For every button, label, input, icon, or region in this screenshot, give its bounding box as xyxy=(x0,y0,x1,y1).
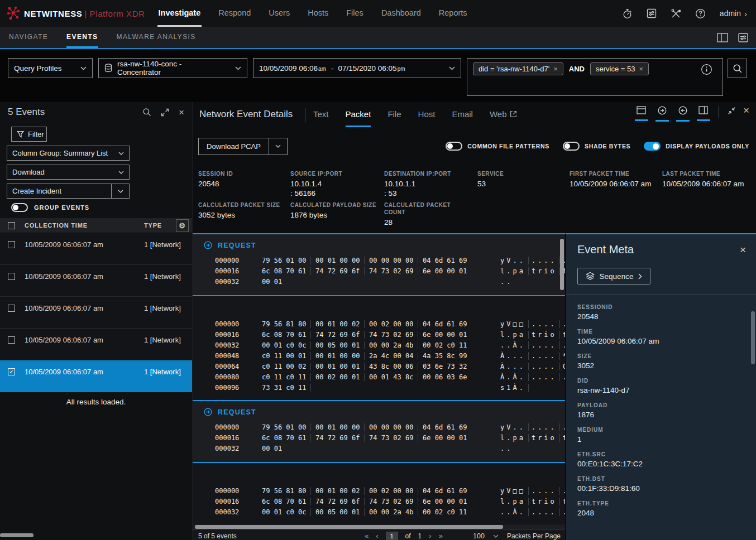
toggle-switch[interactable] xyxy=(446,142,462,151)
prev-page-icon[interactable]: ‹ xyxy=(376,532,378,540)
next-payload-icon[interactable] xyxy=(655,106,669,122)
info-icon[interactable] xyxy=(701,64,712,75)
toggle-switch[interactable] xyxy=(11,203,28,212)
next-page-icon[interactable]: › xyxy=(429,532,431,540)
user-menu[interactable]: admin› xyxy=(720,9,747,18)
type-header[interactable]: TYPE xyxy=(144,222,162,229)
hex-byte-group: 74 73 02 69 xyxy=(365,498,418,505)
meta-value[interactable]: 1876 xyxy=(577,411,745,419)
layout-side-view-icon[interactable] xyxy=(697,106,710,121)
stopwatch-icon[interactable] xyxy=(622,8,633,19)
per-page-value[interactable]: 100 xyxy=(473,532,485,540)
toggle-display-payloads-only[interactable]: DISPLAY PAYLOADS ONLY xyxy=(644,142,749,151)
event-row[interactable]: 10/05/2009 06:06:07 am1 [Network] xyxy=(0,265,192,297)
toggle-switch[interactable] xyxy=(563,142,580,151)
run-query-button[interactable] xyxy=(728,59,747,78)
hex-horizontal-scrollbar[interactable] xyxy=(195,525,503,529)
create-incident-dropdown[interactable] xyxy=(111,184,129,198)
collection-time-header[interactable]: COLLECTION TIME xyxy=(25,222,88,229)
topnav-investigate[interactable]: Investigate xyxy=(157,0,202,27)
toggle-common-file-patterns[interactable]: COMMON FILE PATTERNS xyxy=(446,142,549,151)
netwitness-logo-icon xyxy=(7,6,20,21)
tab-file[interactable]: File xyxy=(387,102,401,127)
download-pcap-dropdown[interactable] xyxy=(269,138,287,155)
chevron-down-icon[interactable] xyxy=(493,534,499,538)
view-preferences-icon[interactable] xyxy=(738,33,748,42)
remove-filter-icon[interactable]: × xyxy=(553,65,558,73)
create-incident-button[interactable]: Create Incident xyxy=(7,184,130,199)
topnav-dashboard[interactable]: Dashboard xyxy=(380,0,422,27)
column-layout-icon[interactable] xyxy=(717,33,728,42)
time-range-selector[interactable]: 10/05/2009 06:06 am - 07/15/2020 06:05 p… xyxy=(253,58,461,78)
query-profiles-dropdown[interactable]: Query Profiles xyxy=(8,58,93,78)
close-meta-icon[interactable]: × xyxy=(740,244,746,255)
topnav-files[interactable]: Files xyxy=(345,0,365,27)
first-page-icon[interactable]: « xyxy=(365,532,369,540)
meta-value[interactable]: 20548 xyxy=(577,312,745,321)
tab-host[interactable]: Host xyxy=(418,102,436,127)
select-all-checkbox[interactable] xyxy=(8,222,15,229)
tab-web[interactable]: Web xyxy=(490,102,518,127)
event-row[interactable]: 10/05/2009 06:06:07 am1 [Network] xyxy=(0,297,192,329)
meta-value[interactable]: rsa-nw-1140-d7 xyxy=(577,386,745,394)
toggle-shade-bytes[interactable]: SHADE BYTES xyxy=(563,142,630,151)
service-selector-dropdown[interactable]: rsa-nw-1140-conc - Concentrator xyxy=(98,58,247,78)
meta-value[interactable]: 1 xyxy=(577,435,745,443)
column-group-dropdown[interactable]: Column Group: Summary List xyxy=(7,146,130,161)
meta-value[interactable]: 3052 xyxy=(577,361,745,370)
row-checkbox[interactable] xyxy=(8,305,15,312)
meta-value[interactable]: 00:1F:33:D9:81:60 xyxy=(577,484,745,493)
events-horizontal-scrollbar[interactable] xyxy=(0,533,34,537)
group-events-toggle[interactable]: GROUP EVENTS xyxy=(11,203,89,212)
layout-top-view-icon[interactable] xyxy=(635,106,648,121)
shrink-panel-icon[interactable] xyxy=(728,107,736,115)
column-settings-gear-icon[interactable]: ⚙ xyxy=(176,219,189,232)
tab-email[interactable]: Email xyxy=(452,102,473,127)
download-pcap-button[interactable]: Download PCAP xyxy=(198,138,288,155)
meta-value[interactable]: 00:E0:1C:3C:17:C2 xyxy=(577,460,745,468)
hex-vertical-scrollbar[interactable] xyxy=(560,239,564,290)
last-page-icon[interactable]: » xyxy=(439,532,443,540)
event-row[interactable]: 10/05/2009 06:06:07 am1 [Network] xyxy=(0,233,192,265)
toggle-switch[interactable] xyxy=(644,142,661,151)
query-profiles-label: Query Profiles xyxy=(14,64,62,73)
topnav-respond[interactable]: Respond xyxy=(217,0,252,27)
meta-value[interactable]: 2048 xyxy=(577,509,745,517)
event-row[interactable]: 10/05/2009 06:06:07 am1 [Network] xyxy=(0,329,192,360)
meta-label: MEDIUM xyxy=(577,427,745,433)
close-details-icon[interactable]: × xyxy=(743,105,749,115)
row-checkbox[interactable]: ✓ xyxy=(8,368,15,375)
preferences-icon[interactable] xyxy=(647,8,657,18)
expand-panel-icon[interactable] xyxy=(161,108,169,117)
tab-packet[interactable]: Packet xyxy=(346,102,371,127)
meta-label: SESSIONID xyxy=(577,304,745,310)
close-panel-icon[interactable]: × xyxy=(179,108,184,117)
topnav-users[interactable]: Users xyxy=(267,0,291,27)
remove-filter-icon[interactable]: × xyxy=(639,65,643,73)
topnav-reports[interactable]: Reports xyxy=(438,0,468,27)
meta-value[interactable]: 10/05/2009 06:06:07 am xyxy=(577,337,745,345)
topnav-hosts[interactable]: Hosts xyxy=(307,0,329,27)
ascii-group: yV□□ xyxy=(497,320,529,328)
download-dropdown[interactable]: Download xyxy=(7,165,130,180)
prev-payload-icon[interactable] xyxy=(676,106,690,122)
search-icon[interactable] xyxy=(142,108,151,117)
subnav-malware-analysis[interactable]: MALWARE ANALYSIS xyxy=(117,27,196,48)
help-icon[interactable] xyxy=(695,8,706,19)
tools-icon[interactable] xyxy=(671,8,681,19)
subnav-navigate[interactable]: NAVIGATE xyxy=(9,27,48,48)
row-checkbox[interactable] xyxy=(8,273,15,280)
tab-text[interactable]: Text xyxy=(313,102,329,127)
meta-scrollbar[interactable] xyxy=(751,311,755,364)
query-filter-input[interactable]: did = 'rsa-nw-1140-d7'×ANDservice = 53× xyxy=(467,58,723,96)
subnav-events[interactable]: EVENTS xyxy=(66,27,98,48)
event-row[interactable]: ✓10/05/2009 06:06:07 am1 [Network] xyxy=(0,360,192,392)
filter-pill[interactable]: did = 'rsa-nw-1140-d7'× xyxy=(473,62,563,75)
current-page[interactable]: 1 xyxy=(386,532,398,540)
row-checkbox[interactable] xyxy=(8,336,15,344)
request-direction-icon xyxy=(204,241,212,249)
filter-pill[interactable]: service = 53× xyxy=(590,62,649,75)
sequence-button[interactable]: Sequence xyxy=(577,268,650,285)
filter-button[interactable]: Filter xyxy=(11,127,47,142)
row-checkbox[interactable] xyxy=(8,241,15,248)
